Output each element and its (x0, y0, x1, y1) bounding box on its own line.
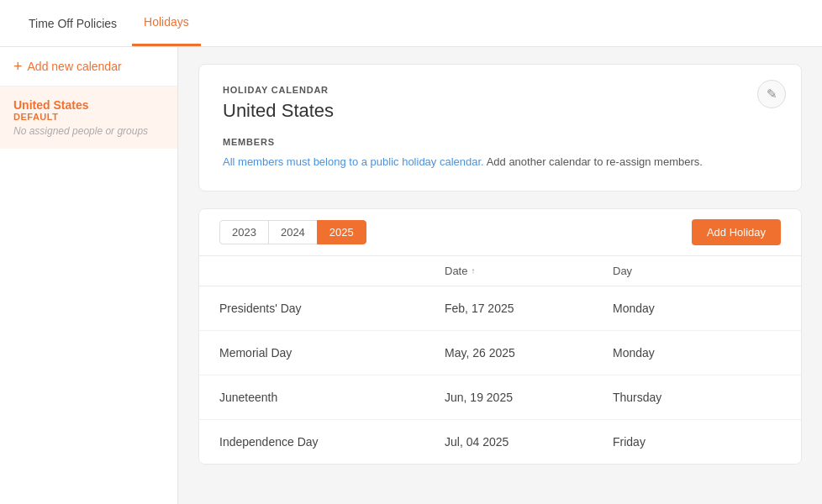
sidebar-item-name: United States (13, 98, 164, 112)
col-date[interactable]: Date ↑ (445, 265, 613, 277)
col-name (219, 265, 445, 277)
sidebar-item-sub: No assigned people or groups (13, 125, 164, 137)
table-row: Juneteenth Jun, 19 2025 Thursday (199, 375, 801, 420)
tab-time-off-policies[interactable]: Time Off Policies (17, 2, 129, 45)
holiday-name: Presidents' Day (219, 302, 445, 315)
year-selector: 2023 2024 2025 (219, 220, 366, 244)
add-holiday-button[interactable]: Add Holiday (692, 219, 781, 245)
sidebar-item-united-states[interactable]: United States DEFAULT No assigned people… (0, 87, 177, 149)
plus-icon: + (13, 59, 23, 74)
holiday-day: Monday (613, 346, 781, 360)
main-content: HOLIDAY CALENDAR United States MEMBERS A… (178, 47, 822, 504)
sort-icon: ↑ (471, 266, 475, 276)
table-row: Presidents' Day Feb, 17 2025 Monday (199, 286, 801, 331)
card-section-label: HOLIDAY CALENDAR (223, 85, 777, 95)
holiday-date: Jun, 19 2025 (445, 391, 613, 404)
holiday-date: Jul, 04 2025 (445, 435, 613, 449)
members-extra: Add another calendar to re-assign member… (487, 155, 703, 168)
holiday-name: Independence Day (219, 435, 445, 449)
table-header: Date ↑ Day (199, 256, 801, 286)
year-row: 2023 2024 2025 Add Holiday (199, 209, 801, 256)
holidays-table-wrapper: 2023 2024 2025 Add Holiday Date ↑ Day Pr… (198, 208, 802, 465)
sidebar-item-badge: DEFAULT (13, 112, 164, 122)
table-row: Independence Day Jul, 04 2025 Friday (199, 420, 801, 464)
add-new-calendar-button[interactable]: + Add new calendar (0, 47, 177, 87)
holiday-day: Monday (613, 302, 781, 315)
col-day: Day (613, 265, 781, 277)
card-title: United States (223, 100, 777, 122)
add-calendar-label: Add new calendar (28, 60, 122, 73)
holiday-name: Memorial Day (219, 346, 445, 360)
col-date-label: Date (445, 265, 467, 277)
year-2025-button[interactable]: 2025 (317, 220, 366, 244)
members-highlight: All members must belong to a public holi… (223, 155, 484, 168)
sidebar: + Add new calendar United States DEFAULT… (0, 47, 178, 504)
table-row: Memorial Day May, 26 2025 Monday (199, 331, 801, 375)
holiday-card: HOLIDAY CALENDAR United States MEMBERS A… (198, 64, 802, 192)
members-text-content: All members must belong to a public holi… (223, 155, 703, 168)
holiday-name: Juneteenth (219, 391, 445, 404)
holiday-day: Friday (613, 435, 781, 449)
holiday-day: Thursday (613, 391, 781, 404)
year-2023-button[interactable]: 2023 (219, 220, 269, 244)
members-label: MEMBERS (223, 137, 777, 147)
members-text: All members must belong to a public holi… (223, 154, 777, 171)
edit-button[interactable]: ✎ (757, 80, 786, 108)
holiday-date: Feb, 17 2025 (445, 302, 613, 315)
content-wrapper: + Add new calendar United States DEFAULT… (0, 47, 822, 504)
holiday-date: May, 26 2025 (445, 346, 613, 360)
tab-holidays[interactable]: Holidays (132, 0, 201, 46)
top-nav: Time Off Policies Holidays (0, 0, 822, 47)
year-2024-button[interactable]: 2024 (268, 220, 318, 244)
